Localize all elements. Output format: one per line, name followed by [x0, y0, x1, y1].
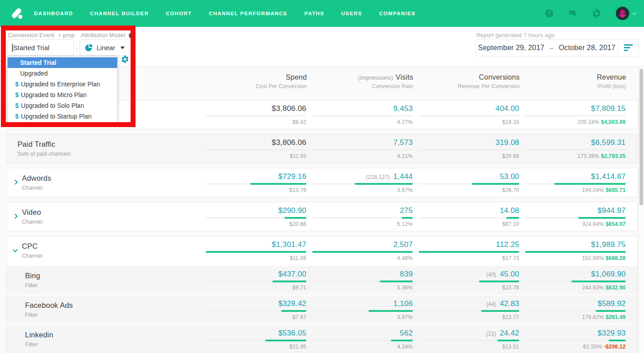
- column-header-visits[interactable]: (Impressions)VisitsConversion Rate: [313, 73, 413, 89]
- revenue-cell: $944.97324.84%$654.07: [525, 206, 626, 227]
- scrollbar: [638, 67, 644, 353]
- visits-cell: 2755.12%: [312, 206, 413, 227]
- spend-cell: $437.00$9.71: [206, 270, 306, 291]
- attribution-model-label: Attribution Model i: [81, 32, 135, 38]
- chat-icon[interactable]: [568, 9, 577, 18]
- dropdown-item-upgraded-to-micro-plan[interactable]: $Upgraded to Micro Plan: [8, 89, 117, 100]
- table-row-facebook-ads[interactable]: Facebook AdsFilter$328.42$7.671,1063.87%…: [7, 295, 637, 324]
- revenue-cell: $329.9361.55%-$206.12: [525, 329, 626, 350]
- spend-cell: $536.05$21.95: [206, 329, 306, 350]
- separator-colon: :: [76, 43, 77, 51]
- add-prop-link[interactable]: + prop: [58, 32, 75, 38]
- top-nav: DASHBOARDCHANNEL BUILDERCOHORTCHANNEL PE…: [0, 0, 644, 27]
- visits-cell: 7,5734.21%: [312, 138, 413, 159]
- gear-icon[interactable]: [592, 9, 601, 18]
- date-start: September 29, 2017: [478, 44, 545, 52]
- column-header-revenue[interactable]: RevenueProfit (loss): [525, 73, 626, 89]
- attribution-logo-icon[interactable]: [10, 6, 24, 21]
- revenue-cell: $1,989.75152.88%$688.28: [525, 240, 626, 261]
- nav-menu: DASHBOARDCHANNEL BUILDERCOHORTCHANNEL PE…: [34, 11, 415, 16]
- visits-cell: 5624.34%: [312, 329, 413, 350]
- spend-cell: $328.42$7.67: [206, 299, 306, 320]
- conversions-cell: (44)42.83$13.77: [419, 299, 519, 320]
- column-header-conversions[interactable]: ConversionsRevenue Per Conversion: [419, 73, 520, 89]
- nav-item-dashboard[interactable]: DASHBOARD: [34, 11, 73, 16]
- conversion-event-label: Conversion Event + prop: [8, 32, 75, 38]
- row-label: AdwordsChannel: [7, 174, 200, 191]
- conversion-event-dropdown: Started TrialUpgraded$Upgraded to Enterp…: [7, 56, 118, 123]
- row-label: CPCChannel: [7, 242, 200, 259]
- date-filter-button[interactable]: [618, 39, 638, 56]
- dropdown-item-upgraded-to-enterprise-plan[interactable]: $Upgraded to Enterprise Plan: [8, 79, 117, 89]
- revenue-cell: $1,069.90244.83%$632.90: [525, 270, 626, 291]
- visits-cell: (218,127)1,4443.67%: [312, 172, 413, 193]
- spend-cell: $1,301.47$11.59: [206, 240, 306, 261]
- visits-cell: 9,4534.27%: [312, 104, 413, 125]
- nav-item-cohort[interactable]: COHORT: [166, 11, 192, 16]
- table-row-card: Paid TrafficSum of paid channels$3,806.0…: [6, 134, 638, 163]
- nav-item-users[interactable]: USERS: [341, 11, 362, 16]
- nav-item-companies[interactable]: COMPANIES: [379, 11, 415, 16]
- money-event-icon: $: [15, 91, 19, 98]
- select-caret-icon: [120, 47, 125, 49]
- conversion-event-input[interactable]: Started Trial: [7, 39, 74, 56]
- avatar: [616, 7, 629, 20]
- robot-avatar-icon: [618, 9, 627, 18]
- money-event-icon: $: [15, 113, 19, 120]
- revenue-cell: $6,599.31173.39%$2,793.25: [525, 138, 626, 159]
- row-label: LinkedinFilter: [7, 331, 200, 348]
- chevron-down-icon: [632, 10, 637, 15]
- dropdown-item-started-trial[interactable]: Started Trial: [8, 57, 117, 68]
- spend-cell: $3,806.06$9.42: [206, 104, 306, 125]
- conversions-cell: 112.25$17.73: [419, 240, 519, 261]
- revenue-cell: $7,809.15205.18%$4,003.09: [525, 104, 626, 125]
- table-row-video[interactable]: VideoChannel$290.90$20.662755.12%14.08$6…: [7, 202, 637, 231]
- nav-item-channel-builder[interactable]: CHANNEL BUILDER: [90, 11, 148, 16]
- nav-item-channel-performance[interactable]: CHANNEL PERFORMANCE: [209, 11, 288, 16]
- spend-cell: $729.16$13.76: [206, 172, 306, 193]
- scrollbar-thumb[interactable]: [640, 69, 643, 205]
- table-row-adwords[interactable]: AdwordsChannel$729.16$13.76(218,127)1,44…: [7, 168, 637, 197]
- conversions-cell: 319.08$20.68: [419, 138, 519, 159]
- nav-item-paths[interactable]: PATHS: [305, 11, 324, 16]
- event-settings-gear-icon[interactable]: [121, 55, 129, 63]
- report-generated-label: Report generated 7 hours ago: [476, 32, 555, 38]
- date-separator: –: [550, 44, 553, 51]
- column-header-spend[interactable]: SpendCost Per Conversion: [206, 73, 307, 89]
- date-end: October 28, 2017: [559, 44, 615, 52]
- pie-chart-icon: [85, 44, 93, 51]
- visits-cell: 2,5074.48%: [312, 240, 413, 261]
- spend-cell: $290.90$20.66: [206, 206, 306, 227]
- visits-cell: 1,1063.87%: [312, 299, 413, 320]
- table-row-bing[interactable]: BingFilter$437.00$9.718395.36%(40)45.00$…: [7, 266, 637, 294]
- dropdown-item-upgraded-to-startup-plan[interactable]: $Upgraded to Startup Plan: [8, 111, 117, 122]
- dropdown-item-upgraded[interactable]: Upgraded: [8, 68, 117, 79]
- table-body: $3,806.06$9.429,4534.27%404.00$19.33$7,8…: [6, 100, 638, 353]
- table-row-cpc[interactable]: CPCChannel$1,301.47$11.592,5074.48%112.2…: [7, 236, 637, 265]
- conversions-cell: (21)24.42$13.51: [419, 329, 519, 350]
- row-label: VideoChannel: [7, 208, 200, 225]
- money-event-icon: $: [15, 102, 19, 109]
- attribution-model-select[interactable]: Linear: [80, 39, 132, 56]
- revenue-cell: $1,414.87194.04%$685.71: [525, 172, 626, 193]
- help-icon[interactable]: ?: [545, 9, 554, 18]
- table-row-linkedin[interactable]: LinkedinFilter$536.05$21.955624.34%(21)2…: [7, 325, 637, 353]
- user-menu[interactable]: [616, 7, 636, 20]
- table-row-card: AdwordsChannel$729.16$13.76(218,127)1,44…: [6, 168, 638, 197]
- text-cursor: [12, 44, 13, 52]
- conversions-cell: 53.00$26.70: [419, 172, 519, 193]
- info-icon[interactable]: i: [129, 33, 135, 38]
- spend-cell: $3,806.06$11.93: [206, 138, 306, 159]
- table-row-paid-traffic[interactable]: Paid TrafficSum of paid channels$3,806.0…: [7, 134, 637, 163]
- svg-text:?: ?: [547, 11, 551, 17]
- money-event-icon: $: [15, 81, 19, 88]
- row-label: Facebook AdsFilter: [7, 301, 200, 318]
- revenue-cell: $589.92179.62%$261.49: [525, 299, 626, 320]
- visits-cell: 8395.36%: [312, 270, 413, 291]
- row-label: BingFilter: [7, 272, 200, 289]
- conversions-cell: 14.08$67.10: [419, 206, 519, 227]
- table-row-card: VideoChannel$290.90$20.662755.12%14.08$6…: [6, 202, 638, 231]
- conversions-cell: 404.00$19.33: [419, 104, 519, 125]
- date-range-picker[interactable]: September 29, 2017 – October 28, 2017: [475, 39, 639, 56]
- dropdown-item-upgraded-to-solo-plan[interactable]: $Upgraded to Solo Plan: [8, 100, 117, 111]
